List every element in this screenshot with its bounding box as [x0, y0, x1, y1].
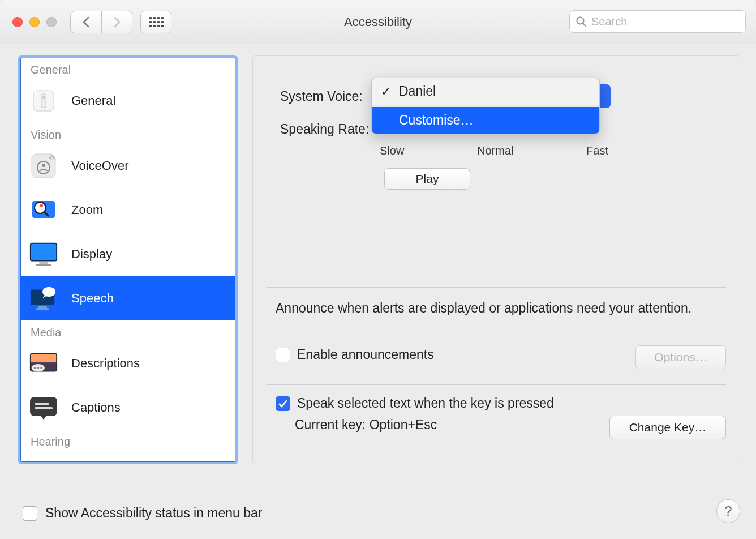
sidebar-item-display[interactable]: Display [20, 232, 235, 276]
general-icon [28, 85, 59, 116]
show-all-button[interactable] [140, 11, 171, 33]
speech-icon [28, 283, 59, 314]
body-area: General General Vision VoiceOver Zoom [0, 44, 756, 539]
sidebar-item-zoom[interactable]: Zoom [20, 188, 235, 232]
system-voice-label: System Voice: [280, 89, 363, 104]
svg-point-25 [37, 367, 39, 369]
sidebar-item-label: VoiceOver [71, 159, 129, 173]
options-button: Options… [635, 345, 726, 369]
sidebar: General General Vision VoiceOver Zoom [18, 55, 238, 464]
descriptions-icon [28, 348, 59, 379]
svg-rect-21 [31, 354, 57, 362]
current-key-label: Current key: Option+Esc [295, 417, 437, 433]
svg-rect-14 [39, 262, 48, 264]
svg-point-7 [42, 164, 45, 167]
svg-line-1 [583, 23, 586, 26]
search-field[interactable] [569, 10, 746, 33]
rate-normal: Normal [477, 144, 513, 157]
preferences-window: Accessibility General General Vision Voi… [0, 0, 756, 539]
show-status-checkbox[interactable] [23, 506, 37, 521]
svg-rect-29 [35, 407, 53, 409]
svg-point-24 [34, 367, 36, 369]
minimize-button[interactable] [29, 17, 40, 27]
svg-rect-15 [36, 264, 51, 266]
voice-name: Daniel [399, 84, 436, 99]
toolbar-nav-group [70, 11, 171, 33]
back-button[interactable] [70, 11, 101, 33]
sidebar-item-descriptions[interactable]: Descriptions [20, 341, 235, 386]
voiceover-icon [28, 151, 59, 181]
svg-rect-28 [35, 403, 49, 405]
sidebar-header-media: Media [20, 320, 235, 341]
sidebar-item-label: Descriptions [71, 356, 140, 371]
rate-labels: Slow Normal Fast [380, 144, 608, 157]
divider [267, 384, 726, 385]
sidebar-item-general[interactable]: General [20, 79, 235, 123]
chevron-right-icon [113, 16, 121, 28]
speak-selected-label: Speak selected text when the key is pres… [297, 396, 554, 411]
close-button[interactable] [12, 17, 23, 27]
search-input[interactable] [591, 15, 740, 28]
play-button[interactable]: Play [384, 168, 470, 190]
help-button[interactable]: ? [716, 499, 740, 523]
customise-label: Customise… [399, 113, 474, 128]
voice-menu-item-daniel[interactable]: ✓ Daniel [372, 78, 599, 105]
voice-menu[interactable]: ✓ Daniel Customise… [371, 78, 600, 134]
svg-point-19 [42, 287, 55, 297]
svg-rect-12 [31, 243, 57, 261]
svg-point-26 [40, 367, 42, 369]
zoom-icon [28, 195, 59, 225]
show-status-row[interactable]: Show Accessibility status in menu bar [23, 506, 263, 521]
checkmark-icon: ✓ [381, 84, 391, 99]
enable-announcements-checkbox[interactable] [276, 348, 290, 362]
speak-selected-checkbox[interactable] [276, 396, 290, 411]
sidebar-item-speech[interactable]: Speech [20, 276, 235, 320]
question-icon: ? [724, 503, 732, 519]
enable-announcements-row[interactable]: Enable announcements [276, 347, 434, 362]
sidebar-item-label: Zoom [71, 203, 103, 217]
sidebar-item-captions[interactable]: Captions [20, 386, 235, 430]
grid-icon [149, 17, 163, 27]
forward-button[interactable] [101, 11, 132, 33]
svg-point-10 [40, 204, 43, 207]
svg-rect-18 [36, 308, 49, 310]
sidebar-header-hearing: Hearing [20, 430, 235, 451]
enable-announcements-label: Enable announcements [297, 347, 434, 362]
titlebar: Accessibility [0, 0, 756, 44]
svg-point-4 [42, 96, 45, 99]
sidebar-item-voiceover[interactable]: VoiceOver [20, 144, 235, 188]
svg-rect-17 [38, 306, 46, 309]
change-key-button[interactable]: Change Key… [609, 416, 726, 439]
traffic-lights [12, 17, 57, 27]
announce-description: Announce when alerts are displayed or ap… [276, 300, 717, 317]
speak-selected-row[interactable]: Speak selected text when the key is pres… [276, 396, 554, 411]
sidebar-item-label: Captions [71, 400, 121, 415]
divider [267, 287, 726, 288]
zoom-button[interactable] [46, 17, 57, 27]
voice-popup-edge [598, 84, 611, 108]
sidebar-header-vision: Vision [20, 123, 235, 144]
voice-menu-item-customise[interactable]: Customise… [372, 107, 599, 134]
search-icon [575, 16, 587, 27]
sidebar-header-general: General [20, 58, 235, 79]
svg-rect-27 [30, 397, 57, 416]
sidebar-item-label: Speech [71, 291, 114, 306]
chevron-left-icon [82, 16, 90, 28]
show-status-label: Show Accessibility status in menu bar [45, 506, 263, 521]
display-icon [28, 239, 59, 270]
sidebar-item-label: General [71, 93, 115, 108]
content-panel: System Voice: Speaking Rate: ✓ Daniel Cu… [252, 55, 740, 464]
sidebar-item-label: Display [71, 247, 112, 262]
speaking-rate-label: Speaking Rate: [280, 122, 369, 137]
rate-fast: Fast [586, 144, 608, 157]
rate-slow: Slow [380, 144, 404, 157]
captions-icon [28, 392, 59, 423]
